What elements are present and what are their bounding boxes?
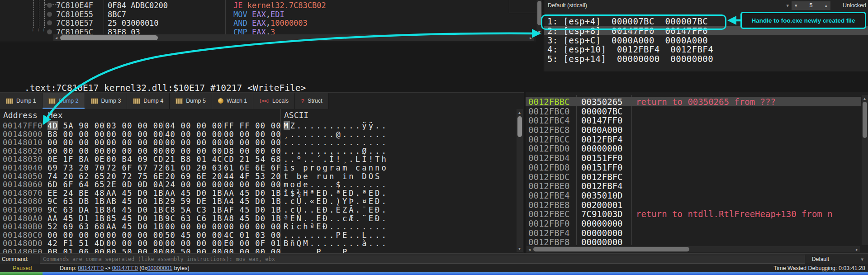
- dump-hex-group: AF 45 D0 1B: [221, 205, 280, 214]
- dump-icon: [48, 98, 56, 104]
- lock-toggle[interactable]: Unlocked: [843, 0, 866, 11]
- dump-hex-group: 40 00 00 00: [162, 130, 221, 138]
- stack-row[interactable]: 0012FBD400151FF0: [526, 153, 861, 162]
- dump-row[interactable]: 00147FF04D 5A 90 0003 00 00 0004 00 00 0…: [0, 121, 517, 130]
- tab-dump-4[interactable]: Dump 4: [127, 93, 170, 109]
- scroll-left-icon[interactable]: ◂: [53, 34, 59, 41]
- dump-row[interactable]: 0014805074 20 62 6520 72 75 6E20 69 6E 2…: [0, 172, 517, 180]
- stack-value: 00151FF0: [576, 162, 631, 172]
- tab-dump-3[interactable]: Dump 3: [85, 93, 128, 109]
- stack-address: 0012FBC4: [526, 115, 576, 125]
- argument-row[interactable]: 4: [esp+10] 0012FBF4 0012FBF4: [544, 44, 868, 54]
- scrollbar-thumb[interactable]: [517, 116, 522, 137]
- dump-ascii: is program canno: [280, 163, 388, 172]
- dump-row[interactable]: 0014804069 73 20 7072 6F 67 7261 6D 20 6…: [0, 163, 517, 172]
- stack-vertical-scrollbar[interactable]: ▴: [862, 95, 868, 245]
- spinner-down-icon[interactable]: ▾: [795, 0, 797, 11]
- disasm-row[interactable]: 7C810E5725 03000010AND EAX,10000003: [0, 19, 536, 28]
- dump-row[interactable]: 0014802000 00 00 0000 00 00 0000 00 00 0…: [0, 147, 517, 155]
- tab-dump-5[interactable]: Dump 5: [170, 93, 212, 109]
- stack-address: 0012FBDC: [526, 172, 576, 181]
- arg-count-spinner[interactable]: ▾ 5 ▴: [792, 1, 830, 10]
- scrollbar-thumb[interactable]: [537, 1, 541, 25]
- arg-count-value: 5: [810, 0, 813, 11]
- disasm-row[interactable]: 7C810E558BC7MOV EAX,EDI: [0, 10, 536, 19]
- dump-row[interactable]: 001480C000 00 00 0000 00 00 0050 45 00 0…: [0, 231, 517, 239]
- scroll-up-icon[interactable]: ▴: [862, 95, 868, 102]
- scrollbar-thumb[interactable]: [60, 35, 158, 40]
- disassembly-pane[interactable]: ↓ ↓ ↓ 7C810E4F0F84 ADBC0200JE kernel32.7…: [0, 0, 536, 42]
- dump-from-link[interactable]: 00147FF0: [78, 265, 104, 271]
- command-input[interactable]: [40, 255, 805, 264]
- spinner-up-icon[interactable]: ▴: [825, 0, 827, 11]
- breakpoint-dot[interactable]: [47, 3, 52, 8]
- breakpoint-dot[interactable]: [47, 12, 52, 17]
- stack-row[interactable]: 0012FBE00012FBF4: [526, 181, 861, 190]
- dump-hex-group: 00 00 00 00: [221, 247, 280, 253]
- dump-row[interactable]: 001480E00B 01 06 0000 50 00 0000 50 00 0…: [0, 247, 517, 253]
- calling-convention-select[interactable]: Default (stdcall): [548, 2, 587, 9]
- scrollbar-thumb[interactable]: [863, 102, 867, 138]
- stack-row[interactable]: 0012FBEC7C91003Dreturn to ntdll.RtlFreeH…: [526, 209, 861, 218]
- scroll-down-icon[interactable]: ▾: [517, 245, 522, 252]
- dump-row[interactable]: 001480A0AA 45 D1 1B85 45 D0 1B9C 63 C6 1…: [0, 214, 517, 223]
- dump-ascii: MZ..........ÿÿ..: [280, 121, 388, 130]
- stack-horizontal-scrollbar[interactable]: ◂ ▸: [526, 246, 860, 252]
- dump-size-link[interactable]: 00000001: [147, 265, 173, 271]
- breakpoint-dot[interactable]: [47, 29, 52, 34]
- dump-ascii: .cÚ..EÐ.ÈZÃ.¯EÐ.: [280, 205, 388, 214]
- breakpoint-dot[interactable]: [47, 20, 52, 25]
- stack-value: 000007BC: [576, 106, 631, 116]
- disasm-horizontal-scrollbar[interactable]: ◂ ▸: [53, 34, 534, 41]
- dump-row[interactable]: 001480B052 69 63 68AA 45 D0 1B00 00 00 0…: [0, 222, 517, 231]
- stack-row[interactable]: 0012FBC400147FF0: [526, 115, 861, 125]
- disasm-vertical-scrollbar[interactable]: ▾: [536, 0, 542, 35]
- tab-struct[interactable]: ?Struct: [295, 93, 329, 109]
- dump-row[interactable]: 00148000B8 00 00 0000 00 00 0040 00 00 0…: [0, 130, 517, 138]
- chevron-down-icon: ▾: [861, 254, 863, 265]
- tab-locals[interactable]: [x=]Locals: [253, 93, 295, 109]
- dump-row[interactable]: 001480809C 63 DB 1BAB 45 D0 1B29 59 DE 1…: [0, 197, 517, 205]
- tab-dump-1[interactable]: Dump 1: [0, 93, 43, 109]
- stack-row[interactable]: 0012FBD800151FF0: [526, 162, 861, 172]
- stack-row[interactable]: 0012FBE40035010D: [526, 190, 861, 200]
- scroll-up-icon[interactable]: ▴: [517, 109, 522, 116]
- stack-row[interactable]: 0012FBCC0012FBF4: [526, 134, 861, 144]
- dump-hex-group: A4 45 D0 1B: [221, 197, 280, 205]
- scroll-left-icon[interactable]: ◂: [526, 246, 532, 253]
- scroll-right-icon[interactable]: ▸: [854, 246, 860, 253]
- scroll-down-icon[interactable]: ▾: [536, 28, 542, 35]
- dump-row[interactable]: 001480D042 F1 51 4D00 00 00 0000 00 00 0…: [0, 239, 517, 247]
- dump-hex-group: 0E 1F BA 0E: [45, 155, 104, 163]
- stack-row[interactable]: 0012FBE800200001: [526, 200, 861, 209]
- dump-vertical-scrollbar[interactable]: ▴ ▾: [517, 109, 523, 252]
- stack-row[interactable]: 0012FBF400000000: [526, 228, 861, 237]
- disasm-row[interactable]: 7C810E4F0F84 ADBC0200JE kernel32.7C83CB0…: [0, 1, 536, 10]
- stack-row[interactable]: 0012FBBC00350265return to 00350265 from …: [526, 97, 861, 106]
- scrollbar-thumb[interactable]: [533, 247, 689, 251]
- stack-address: 0012FBC0: [526, 106, 576, 116]
- dump-hex-group: A8 45 D0 1B: [221, 214, 280, 223]
- stack-row[interactable]: 0012FBD000000000: [526, 143, 861, 153]
- scroll-right-icon[interactable]: ▸: [528, 34, 534, 41]
- argument-row[interactable]: 5: [esp+14] 00000000 00000000: [544, 54, 868, 63]
- stack-row[interactable]: 0012FBF000000000: [526, 218, 861, 228]
- dump-row[interactable]: 001480300E 1F BA 0E00 B4 09 CD21 B8 01 4…: [0, 155, 517, 163]
- dump-row[interactable]: 001480909C 63 DA 1B84 45 D0 1BC8 5A C3 1…: [0, 205, 517, 214]
- argument-row[interactable]: 3: [esp+C] 0000A000 0000A000: [544, 35, 868, 45]
- stack-row[interactable]: 0012FBF800000000: [526, 237, 861, 245]
- stack-row[interactable]: 0012FBC0000007BC: [526, 106, 861, 116]
- dump-to-link[interactable]: 00147FF0: [112, 265, 138, 271]
- command-profile-select[interactable]: Default ▾: [808, 254, 866, 265]
- dump-hex-group: D8 00 00 00: [221, 147, 280, 155]
- dump-row[interactable]: 00148070EE 24 BE 48AA 45 D0 1BAA 45 D0 1…: [0, 189, 517, 197]
- chevron-down-icon[interactable]: ▾: [786, 0, 789, 11]
- dump-row[interactable]: 0014801000 00 00 0000 00 00 0000 00 00 0…: [0, 138, 517, 147]
- annotation-text: Handle to foo.exe newly created file: [752, 17, 855, 24]
- stack-address: 0012FBF0: [526, 218, 576, 228]
- stack-row[interactable]: 0012FBC80000A000: [526, 125, 861, 134]
- tab-watch-1[interactable]: Watch 1: [212, 93, 253, 109]
- dump-row[interactable]: 001480606D 6F 64 652E 0D 0D 0A24 00 00 0…: [0, 180, 517, 189]
- tab-dump-2[interactable]: Dump 2: [43, 93, 85, 109]
- stack-row[interactable]: 0012FBDC0012FBFC: [526, 172, 861, 181]
